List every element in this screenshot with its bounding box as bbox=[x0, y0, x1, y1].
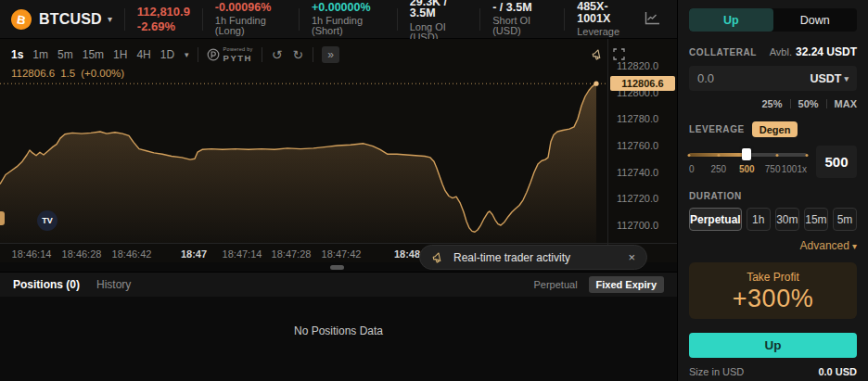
chart-area: 1s1m5m15m1H4H1D ▾ Powered by PYTH ↺ ↻ » bbox=[0, 39, 677, 272]
leverage-slider[interactable]: 02505007501001x bbox=[689, 149, 807, 179]
x-axis-tick: 18:47 bbox=[181, 248, 207, 260]
trading-workspace: B BTCUSD ▾ 112,810.9 -2.69% -0.00096%1h … bbox=[0, 0, 677, 381]
chevron-down-icon: ▾ bbox=[108, 14, 112, 24]
collateral-input[interactable] bbox=[697, 71, 810, 85]
collateral-input-box: USDT ▾ bbox=[689, 66, 857, 91]
positions-tab-bar: Positions (0)History PerpetualFixed Expi… bbox=[0, 272, 677, 297]
notification-text: Real-time trader activity bbox=[453, 251, 619, 264]
chevron-down-icon: ▾ bbox=[844, 74, 849, 83]
submit-up-button[interactable]: Up bbox=[689, 333, 857, 358]
duration-30m[interactable]: 30m bbox=[775, 208, 799, 231]
currency-selector[interactable]: USDT ▾ bbox=[810, 72, 849, 85]
order-summary: Size in USD0.0 USDEntry Price (0% Spread… bbox=[689, 366, 857, 381]
positions-content: No Positions Data bbox=[0, 297, 677, 381]
legend-change-pct: (+0.00%) bbox=[81, 68, 124, 79]
timeframe-more-icon[interactable]: ▾ bbox=[185, 50, 189, 59]
y-axis-tick: 112780.0 bbox=[617, 113, 658, 124]
trader-activity-notification[interactable]: Real-time trader activity × bbox=[419, 245, 647, 270]
avbl-label: Avbl. bbox=[770, 46, 792, 57]
stats-chart-icon[interactable] bbox=[645, 11, 660, 28]
duration-label: DURATION bbox=[689, 191, 857, 201]
timeframe-4H[interactable]: 4H bbox=[134, 48, 152, 61]
price-axis[interactable]: 112806.6 112820.0112800.0112780.0112760.… bbox=[607, 39, 677, 262]
divider bbox=[202, 8, 203, 31]
advanced-label: Advanced bbox=[800, 239, 849, 252]
y-axis-tick: 112700.0 bbox=[617, 220, 658, 231]
y-axis-tick: 112740.0 bbox=[617, 167, 658, 178]
timeframe-15m[interactable]: 15m bbox=[81, 48, 106, 61]
currency-name: USDT bbox=[810, 72, 841, 85]
advanced-toggle[interactable]: Advanced ▾ bbox=[689, 239, 857, 252]
duration-options: Perpetual1h30m15m5m bbox=[689, 208, 857, 231]
timeframe-5m[interactable]: 5m bbox=[56, 48, 75, 61]
toggle-fixed-expiry[interactable]: Fixed Expiry bbox=[589, 276, 664, 293]
pyth-logo[interactable]: Powered by PYTH bbox=[207, 47, 253, 62]
timeframe-1D[interactable]: 1D bbox=[159, 48, 176, 61]
fullscreen-icon[interactable] bbox=[613, 48, 625, 61]
symbol-selector[interactable]: B BTCUSD ▾ bbox=[11, 9, 112, 30]
percent-max[interactable]: MAX bbox=[835, 98, 857, 109]
positions-tabs: Positions (0)History bbox=[13, 278, 131, 291]
percent-25[interactable]: 25% bbox=[761, 98, 782, 109]
leverage-value: 500 bbox=[816, 146, 857, 178]
order-panel: UpDown COLLATERAL Avbl.32.24 USDT USDT ▾… bbox=[677, 0, 868, 381]
percent-buttons: 25%50%MAX bbox=[689, 98, 857, 109]
tradingview-logo[interactable]: TV bbox=[37, 210, 57, 231]
duration-15m[interactable]: 15m bbox=[804, 208, 828, 231]
stat-short-oi-usd-: - / 3.5MShort OI (USD) bbox=[492, 2, 552, 37]
degen-badge[interactable]: Degen bbox=[752, 121, 798, 137]
duration-1h[interactable]: 1h bbox=[747, 208, 771, 231]
divider bbox=[564, 8, 565, 31]
stat-label: 1h Funding (Short) bbox=[312, 16, 385, 36]
pyth-name: PYTH bbox=[223, 54, 253, 63]
redo-icon[interactable]: ↻ bbox=[291, 48, 304, 61]
slider-mark-500: 500 bbox=[739, 164, 755, 174]
undo-icon[interactable]: ↺ bbox=[271, 48, 284, 61]
divider bbox=[262, 47, 262, 62]
chart-toolbar: 1s1m5m15m1H4H1D ▾ Powered by PYTH ↺ ↻ » bbox=[9, 45, 339, 64]
slider-mark-dot bbox=[717, 154, 720, 157]
stat-1h-funding-short-: +0.00000%1h Funding (Short) bbox=[312, 2, 385, 37]
timeframe-1s[interactable]: 1s bbox=[9, 48, 25, 61]
drawing-toolbar-toggle[interactable] bbox=[0, 211, 5, 225]
megaphone-icon[interactable] bbox=[591, 48, 605, 61]
leverage-label: LEVERAGE bbox=[689, 124, 745, 134]
market-stats: -0.00096%1h Funding (Long)+0.00000%1h Fu… bbox=[202, 0, 632, 43]
pyth-powered-by: Powered by bbox=[223, 47, 253, 53]
stat-long-oi-usd-: 29.3K / 3.5MLong OI (USD) bbox=[410, 0, 468, 43]
chart-scrollbar-handle[interactable] bbox=[330, 265, 344, 270]
expand-toolbar-icon[interactable]: » bbox=[322, 46, 339, 63]
slider-mark-250: 250 bbox=[710, 164, 726, 174]
legend-price: 112806.6 bbox=[11, 68, 55, 79]
price-stat: 112,810.9 -2.69% bbox=[137, 6, 190, 32]
direction-tab-up[interactable]: Up bbox=[689, 8, 773, 32]
tab-positions-0-[interactable]: Positions (0) bbox=[13, 278, 80, 291]
stat-value: 29.3K / 3.5M bbox=[410, 0, 468, 19]
close-icon[interactable]: × bbox=[628, 250, 635, 264]
empty-positions-text: No Positions Data bbox=[294, 324, 383, 337]
stat-leverage: 485X-1001XLeverage bbox=[577, 1, 632, 37]
slider-mark-1001x: 1001x bbox=[782, 164, 807, 174]
slider-mark-750: 750 bbox=[765, 164, 781, 174]
direction-tab-down[interactable]: Down bbox=[773, 8, 858, 32]
x-axis-tick: 18:48 bbox=[394, 248, 420, 260]
bitcoin-icon: B bbox=[9, 7, 33, 32]
timeframe-1H[interactable]: 1H bbox=[111, 48, 129, 61]
duration-5m[interactable]: 5m bbox=[833, 208, 857, 231]
timeframe-1m[interactable]: 1m bbox=[31, 48, 50, 61]
current-price-label: 112806.6 bbox=[610, 76, 675, 91]
percent-50[interactable]: 50% bbox=[798, 98, 819, 109]
x-axis-tick: 18:47:14 bbox=[223, 248, 262, 260]
symbol-name: BTCUSD bbox=[39, 11, 102, 28]
take-profit-value: +300% bbox=[733, 286, 813, 311]
slider-handle[interactable] bbox=[742, 148, 751, 160]
divider bbox=[479, 8, 480, 31]
take-profit-box: Take Profit +300% bbox=[689, 262, 857, 319]
duration-perpetual[interactable]: Perpetual bbox=[689, 208, 742, 231]
toggle-perpetual[interactable]: Perpetual bbox=[526, 276, 584, 293]
x-axis-tick: 18:47:28 bbox=[272, 248, 312, 260]
divider bbox=[397, 8, 398, 31]
tab-history[interactable]: History bbox=[96, 278, 131, 291]
slider-mark-dot bbox=[776, 154, 779, 157]
divider bbox=[313, 47, 313, 62]
